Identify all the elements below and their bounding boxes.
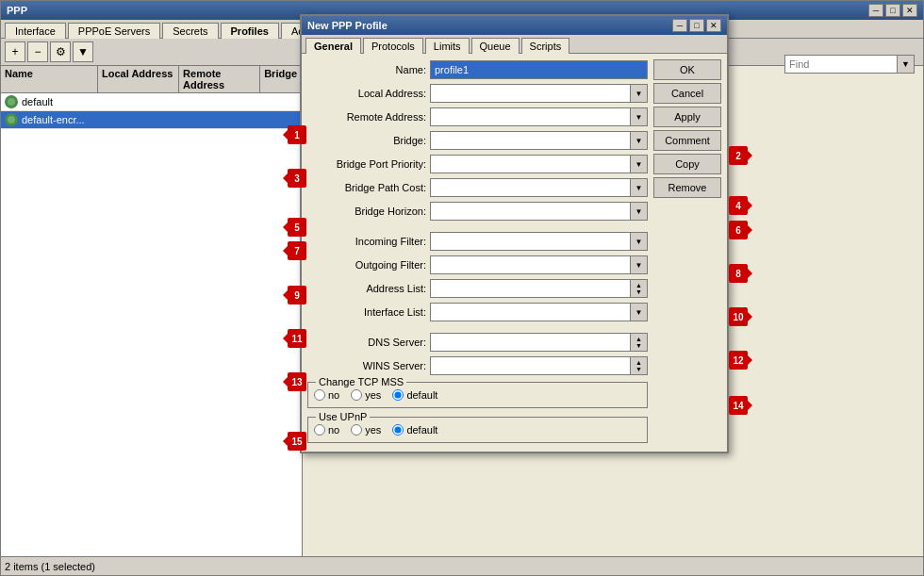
bridge-path-cost-select[interactable]: ▼ [430,178,648,197]
tab-general[interactable]: General [305,38,361,54]
item-icon [5,95,18,108]
dns-server-up[interactable]: ▲ [635,336,643,342]
remote-address-row: Remote Address: ▼ [307,107,648,127]
tab-pppoe-servers[interactable]: PPPoE Servers [68,23,160,39]
upnp-yes-radio[interactable] [351,424,362,436]
dialog-form: Name: Local Address: ▼ Remote Address: ▼… [307,59,648,446]
wins-server-down[interactable]: ▼ [635,366,643,372]
dns-server-select[interactable]: ▲ ▼ [430,333,648,352]
item-icon [5,113,18,126]
incoming-filter-dropdown-icon[interactable]: ▼ [630,233,647,250]
tcp-mss-section: Change TCP MSS no yes default [307,382,648,408]
interface-list-select[interactable]: ▼ [430,303,648,321]
tcp-mss-no-radio[interactable] [314,389,325,401]
wins-server-up[interactable]: ▲ [635,359,643,366]
tab-limits[interactable]: Limits [425,38,470,54]
wins-server-row: WINS Server: ▲ ▼ [307,355,648,376]
upnp-yes-label: yes [365,424,381,436]
list-item[interactable]: default [1,93,302,111]
incoming-filter-select[interactable]: ▼ [430,232,648,251]
outgoing-filter-select[interactable]: ▼ [430,255,648,274]
tab-secrets[interactable]: Secrets [162,23,218,39]
dialog-minimize-button[interactable]: ─ [672,19,687,32]
address-list-updown[interactable]: ▲ ▼ [630,280,647,297]
interface-list-dropdown-icon[interactable]: ▼ [630,304,647,321]
remove-button[interactable]: Remove [653,177,721,198]
badge-10: 10 [729,307,748,326]
apply-button[interactable]: Apply [653,107,721,127]
tab-scripts[interactable]: Scripts [521,38,570,54]
address-list-up[interactable]: ▲ [635,282,643,288]
icon-inner [8,116,15,123]
tab-queue[interactable]: Queue [471,38,520,54]
remote-address-select[interactable]: ▼ [430,107,648,126]
new-ppp-profile-dialog: New PPP Profile ─ □ ✕ General Protocols … [300,14,729,453]
local-address-label: Local Address: [307,88,430,99]
tcp-mss-yes: yes [351,389,381,401]
upnp-section: Use UPnP no yes default [307,417,648,443]
bridge-port-priority-dropdown-icon[interactable]: ▼ [630,156,647,173]
bridge-horizon-select[interactable]: ▼ [430,202,648,221]
badge-1: 1 [288,125,306,144]
upnp-default-label: default [406,424,437,436]
dns-server-updown[interactable]: ▲ ▼ [630,334,647,351]
list-item[interactable]: default-encr... [1,111,302,129]
wins-server-updown[interactable]: ▲ ▼ [630,357,647,374]
bridge-port-priority-row: Bridge Port Priority: ▼ [307,154,648,174]
list-panel: Name Local Address Remote Address Bridge… [1,66,303,556]
outgoing-filter-dropdown-icon[interactable]: ▼ [630,256,647,273]
add-button[interactable]: + [5,41,25,62]
remove-button[interactable]: − [27,41,48,62]
minimize-button[interactable]: ─ [868,4,883,17]
wins-server-select[interactable]: ▲ ▼ [430,356,648,375]
dns-server-down[interactable]: ▼ [635,342,643,349]
settings-button[interactable]: ⚙ [50,41,71,62]
comment-button[interactable]: Comment [653,130,721,151]
name-input[interactable] [430,60,648,79]
copy-button[interactable]: Copy [653,154,721,174]
badge-6: 6 [729,221,748,239]
status-text: 2 items (1 selected) [5,561,95,572]
col-header-local: Local Address [98,66,179,92]
find-input[interactable] [784,55,898,74]
close-button[interactable]: ✕ [902,4,917,17]
upnp-no-radio[interactable] [314,424,325,436]
cancel-button[interactable]: Cancel [653,83,721,104]
tab-protocols[interactable]: Protocols [363,38,423,54]
filter-button[interactable]: ▼ [73,41,93,62]
ok-button[interactable]: OK [653,59,721,80]
dialog-content: Name: Local Address: ▼ Remote Address: ▼… [302,54,727,452]
tcp-mss-no: no [314,389,339,401]
find-dropdown-button[interactable]: ▼ [898,55,915,74]
bridge-dropdown-icon[interactable]: ▼ [630,132,647,149]
tab-profiles[interactable]: Profiles [221,23,279,39]
dialog-maximize-button[interactable]: □ [689,19,704,32]
local-address-select[interactable]: ▼ [430,84,648,103]
tcp-mss-options: no yes default [314,387,641,403]
address-list-down[interactable]: ▼ [635,288,643,295]
bridge-path-cost-label: Bridge Path Cost: [307,182,430,193]
remote-address-dropdown-icon[interactable]: ▼ [630,108,647,125]
upnp-default-radio[interactable] [392,424,404,436]
local-address-row: Local Address: ▼ [307,83,648,104]
tcp-mss-yes-radio[interactable] [351,389,362,401]
dns-server-label: DNS Server: [307,337,430,348]
dialog-close-button[interactable]: ✕ [706,19,721,32]
address-list-select[interactable]: ▲ ▼ [430,279,648,298]
maximize-button[interactable]: □ [885,4,900,17]
bridge-path-cost-row: Bridge Path Cost: ▼ [307,177,648,198]
local-address-dropdown-icon[interactable]: ▼ [630,85,647,102]
bridge-horizon-dropdown-icon[interactable]: ▼ [630,203,647,220]
badge-5: 5 [288,218,306,237]
col-header-bridge: Bridge [260,66,302,92]
bridge-select[interactable]: ▼ [430,131,648,150]
bridge-row: Bridge: ▼ [307,130,648,151]
item-name: default-encr... [22,114,85,125]
name-row: Name: [307,59,648,80]
badge-7: 7 [288,241,306,260]
status-bar: 2 items (1 selected) [1,556,923,575]
bridge-path-cost-dropdown-icon[interactable]: ▼ [630,179,647,196]
bridge-port-priority-select[interactable]: ▼ [430,155,648,173]
tcp-mss-default-radio[interactable] [392,389,404,401]
tab-interface[interactable]: Interface [5,23,66,39]
